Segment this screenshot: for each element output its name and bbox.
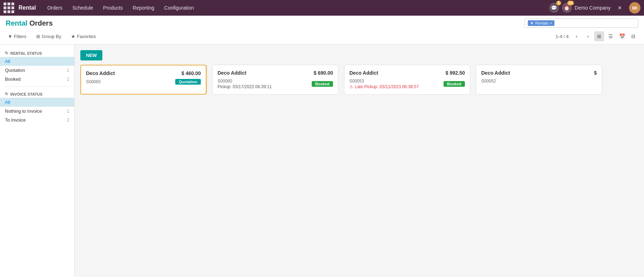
nav-configuration[interactable]: Configuration [160, 4, 198, 12]
card-3-amount: $ 992.50 [446, 70, 465, 76]
toolbar-right: 1-4 / 4 ‹ › ⊞ ☰ 📅 ⊟ [556, 31, 638, 41]
calendar-view-button[interactable]: 📅 [617, 31, 627, 41]
card-3-info: S00053 ⚠ Late Pickup: 03/11/2023 06:38:5… [349, 79, 419, 89]
kanban-view-button[interactable]: ⊞ [594, 31, 604, 41]
clock-badge: 24 [567, 1, 574, 5]
pagination: 1-4 / 4 [556, 34, 569, 39]
card-2-info: S00060 Pickup: 03/17/2023 06:39:11 [218, 79, 272, 89]
app-name[interactable]: Rental [18, 5, 36, 11]
sidebar-invoice-toinvoice-label: To Invoice [5, 117, 26, 123]
star-icon: ★ [71, 34, 75, 39]
card-3-status-badge: Booked [444, 81, 465, 87]
clock-icon-button[interactable]: ⏰ 24 [562, 3, 572, 13]
chat-icon-button[interactable]: 💬 5 [549, 3, 559, 13]
sidebar-rental-quotation[interactable]: Quotation 1 [0, 66, 74, 75]
favorites-button[interactable]: ★ Favorites [69, 33, 98, 40]
avatar[interactable]: Mi [629, 2, 640, 14]
card-3-late-pickup: ⚠ Late Pickup: 03/11/2023 06:38:57 [349, 84, 419, 89]
groupby-button[interactable]: ⊞ Group By [34, 33, 63, 40]
company-name[interactable]: Demo Company [575, 5, 611, 11]
search-input[interactable] [556, 21, 635, 26]
sidebar-rental-all-label: All [5, 59, 10, 64]
table-view-button[interactable]: ⊟ [628, 31, 638, 41]
sidebar-invoice-all-label: All [5, 100, 10, 105]
card-4-id: S00052 [481, 79, 496, 84]
card-1-amount: $ 460.00 [182, 70, 201, 76]
settings-icon[interactable]: ✕ [613, 4, 626, 12]
card-4-footer: S00052 [481, 79, 597, 84]
view-icons: ‹ › ⊞ ☰ 📅 ⊟ [571, 31, 638, 41]
card-2-footer: S00060 Pickup: 03/17/2023 06:39:11 Booke… [218, 79, 333, 89]
search-area: ▼ Rentals × [525, 18, 638, 28]
card-3-id: S00053 [349, 79, 419, 84]
card-1-footer: S00065 Quotation [86, 79, 201, 85]
card-2-amount: $ 690.00 [314, 70, 333, 76]
rental-status-icon: ↻ [5, 51, 8, 55]
new-button[interactable]: NEW [80, 50, 102, 60]
nav-products[interactable]: Products [99, 4, 127, 12]
sidebar-invoice-toinvoice-count: 2 [67, 118, 69, 123]
nav-orders[interactable]: Orders [43, 4, 67, 12]
card-1-id: S00065 [86, 79, 101, 84]
card-2-status-badge: Booked [312, 81, 333, 87]
card-3-name: Deco Addict [349, 70, 378, 76]
card-3-footer: S00053 ⚠ Late Pickup: 03/11/2023 06:38:5… [349, 79, 465, 89]
sidebar-rental-quotation-count: 1 [67, 68, 69, 73]
next-page-button[interactable]: › [583, 31, 593, 41]
warning-icon: ⚠ [349, 84, 353, 89]
app-grid-icon[interactable] [4, 2, 14, 13]
rental-status-section-title: ↻ RENTAL STATUS [0, 49, 74, 57]
prev-page-button[interactable]: ‹ [571, 31, 581, 41]
body-layout: ↻ RENTAL STATUS All Quotation 1 Booked 2… [0, 44, 644, 277]
sidebar-invoice-nothing[interactable]: Nothing to Invoice 1 [0, 107, 74, 116]
sidebar-divider [5, 86, 69, 87]
main-content: NEW Deco Addict $ 460.00 S00065 Quotatio… [75, 44, 644, 277]
card-2-id: S00060 [218, 79, 272, 84]
sidebar-invoice-toinvoice[interactable]: To Invoice 2 [0, 116, 74, 124]
filters-button[interactable]: ▼ Filters [6, 33, 28, 40]
sidebar-invoice-nothing-label: Nothing to Invoice [5, 108, 42, 114]
sidebar-rental-booked-label: Booked [5, 76, 21, 82]
card-4-amount: $ [594, 70, 597, 76]
search-tag-label: Rentals [535, 21, 548, 25]
card-2-name: Deco Addict [218, 70, 246, 76]
filter-funnel-icon: ▼ [530, 21, 534, 25]
card-3[interactable]: Deco Addict $ 992.50 S00053 ⚠ Late Picku… [344, 65, 470, 95]
card-1[interactable]: Deco Addict $ 460.00 S00065 Quotation [80, 65, 206, 95]
card-2[interactable]: Deco Addict $ 690.00 S00060 Pickup: 03/1… [212, 65, 338, 95]
sidebar-rental-booked[interactable]: Booked 2 [0, 75, 74, 84]
page-title-orders: Orders [29, 19, 53, 27]
card-2-header: Deco Addict $ 690.00 [218, 70, 333, 76]
card-1-status-badge: Quotation [175, 79, 201, 85]
groupby-icon: ⊞ [36, 34, 40, 39]
card-4[interactable]: Deco Addict $ S00052 [476, 65, 602, 95]
page-title-rental: Rental [6, 19, 27, 27]
sidebar-invoice-all[interactable]: All [0, 98, 74, 107]
filter-icon: ▼ [8, 34, 12, 39]
toolbar-left: ▼ Filters ⊞ Group By ★ Favorites [6, 33, 98, 40]
sidebar-rental-quotation-label: Quotation [5, 68, 25, 73]
late-pickup-label: Late Pickup: [355, 84, 378, 89]
nav-schedule[interactable]: Schedule [68, 4, 97, 12]
invoice-status-section-title: ↻ INVOICE STATUS [0, 90, 74, 98]
card-4-header: Deco Addict $ [481, 70, 597, 76]
list-view-button[interactable]: ☰ [606, 31, 616, 41]
card-3-date: 03/11/2023 06:38:57 [380, 84, 419, 89]
sidebar-rental-all[interactable]: All [0, 57, 74, 66]
search-box[interactable]: ▼ Rentals × [525, 18, 638, 28]
card-4-name: Deco Addict [481, 70, 510, 76]
top-navigation: Rental Orders Schedule Products Reportin… [0, 0, 644, 16]
sidebar-rental-booked-count: 2 [67, 77, 69, 82]
search-tag-close[interactable]: × [550, 21, 552, 25]
nav-reporting[interactable]: Reporting [128, 4, 159, 12]
sidebar-invoice-nothing-count: 1 [67, 109, 69, 114]
page-title: Rental Orders [6, 19, 53, 27]
chat-badge: 5 [556, 1, 561, 5]
card-1-header: Deco Addict $ 460.00 [86, 70, 201, 76]
sidebar: ↻ RENTAL STATUS All Quotation 1 Booked 2… [0, 44, 75, 277]
cards-grid: Deco Addict $ 460.00 S00065 Quotation De… [80, 65, 638, 95]
card-1-name: Deco Addict [86, 70, 115, 76]
page-header: Rental Orders ▼ Rentals × ▼ Filters ⊞ Gr… [0, 16, 644, 44]
invoice-status-icon: ↻ [5, 92, 8, 96]
search-tag-rentals[interactable]: ▼ Rentals × [528, 20, 554, 26]
